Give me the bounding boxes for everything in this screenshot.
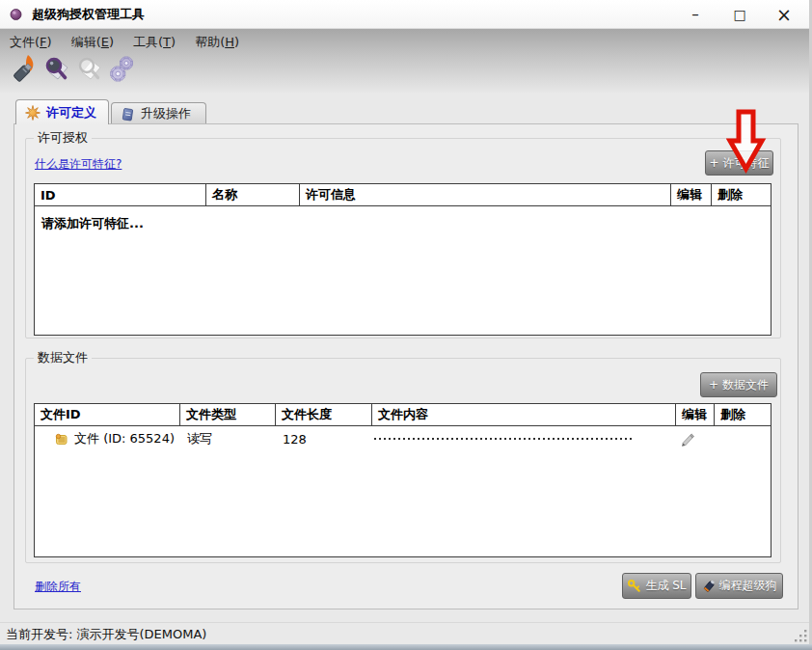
data-file-row[interactable]: 文件 (ID: 65524) 读写 128 [35, 426, 771, 451]
title-bar: 超级狗授权管理工具 – □ × [0, 0, 812, 29]
license-table-header: ID 名称 许可信息 编辑 删除 [35, 184, 771, 206]
close-button[interactable]: × [762, 0, 806, 29]
tab-upgrade-operations[interactable]: 升级操作 [111, 102, 206, 124]
window-bottom-edge [0, 644, 812, 650]
maximize-button[interactable]: □ [717, 0, 762, 29]
window-title: 超级狗授权管理工具 [32, 0, 145, 29]
current-developer-id: 当前开发号: 演示开发号(DEMOMA) [6, 627, 206, 641]
status-bar: 当前开发号: 演示开发号(DEMOMA) [0, 622, 812, 645]
data-file-icon [54, 432, 68, 447]
resize-grip[interactable] [793, 628, 808, 643]
file-content-dots [374, 438, 633, 440]
tab-license-definition[interactable]: 许可定义 [15, 99, 109, 124]
menu-edit[interactable]: 编辑(E) [69, 33, 116, 52]
settings-toolbar-button[interactable] [108, 53, 137, 86]
tab-license-label: 许可定义 [46, 104, 96, 122]
add-data-file-button[interactable]: + 数据文件 [700, 372, 777, 397]
inspect-toolbar-button[interactable] [42, 53, 71, 86]
delete-all-link[interactable]: 删除所有 [35, 579, 81, 595]
col-file-edit: 编辑 [676, 404, 715, 425]
col-delete: 删除 [712, 184, 771, 205]
license-table-empty-message: 请添加许可特征... [35, 206, 771, 241]
license-table: ID 名称 许可信息 编辑 删除 请添加许可特征... [34, 183, 771, 336]
menu-tools[interactable]: 工具(T) [131, 33, 177, 52]
dongle-icon [702, 579, 716, 594]
col-license-info: 许可信息 [300, 184, 671, 205]
program-dongle-toolbar-button[interactable] [10, 53, 39, 86]
annotation-arrow-down-icon [726, 108, 767, 176]
toolbar [10, 53, 137, 86]
generate-sl-button[interactable]: 生成 SL [622, 573, 691, 599]
app-logo-icon [9, 7, 23, 21]
col-file-type: 文件类型 [180, 404, 276, 425]
license-star-icon [25, 105, 41, 121]
col-file-delete: 删除 [715, 404, 771, 425]
col-id: ID [35, 184, 206, 205]
data-file-id: 文件 (ID: 65524) [74, 430, 175, 447]
col-file-length: 文件长度 [276, 404, 372, 425]
data-files-group-legend: 数据文件 [34, 349, 92, 366]
col-file-id: 文件ID [35, 404, 180, 425]
data-file-length: 128 [276, 426, 372, 451]
program-dongle-icon [10, 54, 39, 85]
window-controls: – □ × [673, 0, 806, 29]
data-table-header: 文件ID 文件类型 文件长度 文件内容 编辑 删除 [35, 404, 771, 426]
menu-help[interactable]: 帮助(H) [193, 33, 241, 52]
app-window: 超级狗授权管理工具 – □ × 文件(F) 编辑(E) 工具(T) 帮助(H) [0, 0, 812, 650]
edit-pencil-icon[interactable] [679, 430, 696, 447]
data-files-table: 文件ID 文件类型 文件长度 文件内容 编辑 删除 文件 (ID: 65524)… [34, 403, 771, 557]
program-superdog-button[interactable]: 编程超级狗 [695, 573, 783, 599]
generate-sl-label: 生成 SL [645, 578, 686, 594]
col-name: 名称 [206, 184, 300, 205]
upgrade-doc-icon [121, 107, 135, 122]
minimize-button[interactable]: – [673, 0, 717, 29]
tab-upgrade-label: 升级操作 [141, 105, 191, 122]
col-file-content: 文件内容 [372, 404, 676, 425]
key-icon [627, 579, 641, 593]
magnifier-disabled-icon [76, 54, 103, 85]
data-file-type: 读写 [180, 426, 276, 451]
program-superdog-label: 编程超级狗 [719, 578, 777, 594]
settings-gears-icon [108, 54, 137, 85]
license-group-legend: 许可授权 [34, 129, 92, 147]
menu-file[interactable]: 文件(F) [8, 33, 54, 52]
what-is-license-feature-link[interactable]: 什么是许可特征? [35, 156, 122, 173]
col-edit: 编辑 [671, 184, 712, 205]
inspect-disabled-toolbar-button [75, 53, 104, 86]
menu-bar: 文件(F) 编辑(E) 工具(T) 帮助(H) [8, 33, 241, 52]
magnifier-icon [43, 54, 70, 85]
